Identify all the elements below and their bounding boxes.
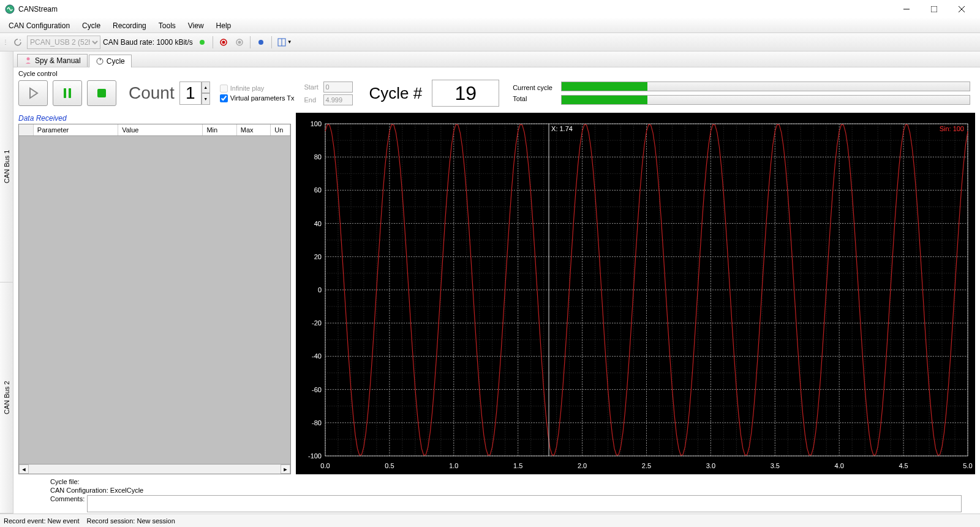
svg-text:1.5: 1.5 [513, 462, 522, 469]
side-tab-can-bus-2[interactable]: CAN Bus 2 [0, 282, 13, 514]
data-grid[interactable]: ParameterValueMinMaxUn ◄ ► [18, 124, 291, 474]
device-select[interactable]: PCAN_USB 2 (52h) [27, 36, 100, 49]
column-header-max[interactable]: Max [237, 124, 271, 135]
infinite-play-option[interactable]: Infinite play [220, 85, 295, 93]
svg-rect-2 [931, 6, 937, 12]
current-cycle-label: Current cycle [513, 84, 552, 91]
baud-rate-label: CAN Baud rate: 1000 kBit/s [103, 38, 193, 47]
window-title: CANStream [18, 5, 892, 13]
cycle-number-label: Cycle # [369, 84, 422, 103]
data-grid-body [19, 136, 290, 464]
menu-cycle[interactable]: Cycle [76, 20, 107, 31]
footer-info: Cycle file: CAN Configuration: ExcelCycl… [13, 474, 980, 514]
svg-text:3.5: 3.5 [771, 462, 780, 469]
side-tab-can-bus-1[interactable]: CAN Bus 1 [0, 51, 13, 282]
scroll-left-icon[interactable]: ◄ [19, 464, 29, 474]
count-down-button[interactable]: ▼ [202, 93, 210, 105]
end-input[interactable] [323, 94, 353, 105]
layout-button[interactable]: ▼ [276, 36, 294, 49]
column-header-min[interactable]: Min [203, 124, 236, 135]
menu-help[interactable]: Help [210, 20, 238, 31]
status-record-session: Record session: New session [87, 517, 175, 525]
total-label: Total [513, 95, 552, 102]
column-header-un[interactable]: Un [271, 124, 290, 135]
svg-text:0: 0 [318, 286, 322, 294]
tab-spy-manual[interactable]: Spy & Manual [17, 54, 88, 67]
svg-point-13 [27, 58, 30, 61]
chart-panel[interactable]: 0.00.51.01.52.02.53.03.54.04.55.0-100-80… [296, 113, 975, 474]
comments-input[interactable] [87, 495, 962, 512]
play-button[interactable] [18, 80, 48, 106]
menu-recording[interactable]: Recording [107, 20, 153, 31]
svg-text:-100: -100 [308, 452, 322, 460]
svg-text:80: 80 [314, 153, 322, 161]
refresh-icon[interactable] [11, 36, 24, 49]
current-cycle-progress [561, 82, 970, 91]
menu-can-configuration[interactable]: CAN Configuration [2, 20, 76, 31]
column-header-parameter[interactable]: Parameter [34, 124, 118, 135]
count-label: Count [129, 83, 175, 103]
record-disabled-button[interactable] [233, 36, 246, 49]
svg-text:0.0: 0.0 [320, 462, 330, 469]
minimize-button[interactable] [892, 0, 920, 18]
svg-text:40: 40 [314, 220, 322, 227]
svg-point-7 [222, 40, 225, 44]
cycle-number-value: 19 [432, 80, 499, 107]
stop-button[interactable] [87, 80, 116, 106]
maximize-button[interactable] [920, 0, 948, 18]
can-config-label: CAN Configuration: ExcelCycle [50, 487, 962, 494]
svg-point-5 [200, 40, 205, 45]
count-input[interactable] [179, 82, 202, 105]
menu-tools[interactable]: Tools [153, 20, 182, 31]
svg-text:-80: -80 [312, 419, 322, 427]
comments-label: Comments: [50, 495, 85, 502]
svg-text:60: 60 [314, 186, 322, 194]
marker-button[interactable] [254, 36, 268, 49]
horizontal-scrollbar[interactable]: ◄ ► [19, 464, 290, 474]
tab-cycle[interactable]: Cycle [89, 55, 132, 67]
svg-text:1.0: 1.0 [449, 462, 458, 469]
svg-text:20: 20 [314, 253, 322, 260]
svg-text:Sin: 100: Sin: 100 [940, 125, 964, 132]
record-button[interactable] [217, 36, 230, 49]
start-label: Start [304, 83, 321, 91]
scroll-right-icon[interactable]: ► [281, 464, 290, 474]
cycle-control-label: Cycle control [18, 70, 975, 77]
svg-text:0.5: 0.5 [385, 462, 394, 469]
start-input[interactable] [323, 82, 353, 93]
tab-label: Spy & Manual [35, 56, 81, 65]
infinite-play-checkbox[interactable] [220, 85, 228, 93]
end-label: End [304, 96, 321, 104]
side-tabs: CAN Bus 1CAN Bus 2 [0, 51, 13, 514]
tab-label: Cycle [107, 57, 125, 66]
titlebar: CANStream [0, 0, 980, 18]
svg-text:3.0: 3.0 [706, 462, 715, 469]
svg-text:2.0: 2.0 [578, 462, 587, 469]
data-received-heading: Data Received [18, 113, 291, 124]
status-led-icon [195, 36, 209, 49]
svg-text:-40: -40 [312, 352, 322, 360]
svg-rect-17 [97, 89, 106, 97]
svg-point-10 [258, 40, 263, 45]
svg-point-9 [238, 40, 241, 44]
cycle-file-label: Cycle file: [50, 478, 962, 485]
count-up-button[interactable]: ▲ [202, 82, 210, 93]
app-icon [5, 4, 15, 14]
svg-rect-16 [69, 88, 71, 98]
status-record-event: Record event: New event [4, 517, 80, 525]
total-progress [561, 95, 970, 105]
pause-button[interactable] [53, 80, 82, 106]
menu-view[interactable]: View [182, 20, 210, 31]
virtual-params-checkbox[interactable] [220, 94, 228, 102]
menubar: CAN ConfigurationCycleRecordingToolsView… [0, 18, 980, 33]
column-header-value[interactable]: Value [118, 124, 203, 135]
svg-text:4.5: 4.5 [899, 462, 908, 469]
close-button[interactable] [948, 0, 975, 18]
svg-rect-18 [296, 113, 975, 474]
svg-text:5.0: 5.0 [963, 462, 972, 469]
statusbar: Record event: New event Record session: … [0, 514, 980, 527]
svg-text:100: 100 [311, 120, 322, 127]
virtual-params-option[interactable]: Virtual parameters Tx [220, 94, 295, 102]
svg-text:-20: -20 [312, 319, 322, 327]
svg-text:4.0: 4.0 [835, 462, 844, 469]
